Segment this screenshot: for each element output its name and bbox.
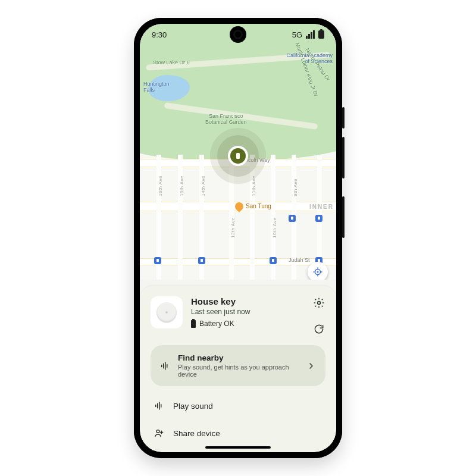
phone-icon: [234, 151, 242, 161]
find-nearby-button[interactable]: Find nearby Play sound, get hints as you…: [151, 345, 325, 386]
map-ave-label: 9th Ave: [293, 178, 298, 196]
signal-icon: [306, 30, 315, 39]
map-area-inner: INNER: [309, 203, 334, 210]
restaurant-pin-icon: [233, 201, 245, 212]
volume-up-button[interactable]: [342, 137, 345, 178]
phone-frame: 9:30 5G: [134, 18, 342, 458]
transit-stop-icon: [270, 257, 277, 264]
device-sheet: House key Last seen just now Battery OK: [140, 286, 336, 452]
person-add-icon: [154, 428, 164, 439]
map-ave-label: 16th Ave: [158, 176, 163, 196]
device-header: House key Last seen just now Battery OK: [151, 296, 325, 336]
chevron-right-icon: [306, 361, 316, 371]
status-network: 5G: [292, 30, 302, 39]
transit-stop-icon: [198, 257, 205, 264]
device-battery: Battery OK: [199, 320, 234, 328]
find-nearby-title: Find nearby: [178, 353, 299, 362]
device-thumbnail[interactable]: [151, 296, 183, 328]
map-label-judah: Judah St: [289, 257, 310, 263]
volume-down-button[interactable]: [342, 196, 345, 238]
map-ave-label: 12th Ave: [230, 217, 236, 238]
recenter-button[interactable]: [308, 262, 328, 280]
device-name: House key: [191, 296, 304, 306]
home-indicator[interactable]: [205, 446, 271, 449]
svg-rect-0: [156, 259, 159, 262]
road-v: [178, 155, 183, 280]
battery-icon: [318, 30, 324, 39]
share-device-button[interactable]: Share device: [151, 419, 325, 447]
map-ave-label: 10th Ave: [272, 217, 277, 238]
crosshair-icon: [312, 267, 323, 277]
gear-icon: [313, 297, 325, 309]
road-v: [250, 155, 255, 280]
find-nearby-subtitle: Play sound, get hints as you approach de…: [178, 364, 299, 378]
refresh-button[interactable]: [312, 322, 325, 336]
play-sound-button[interactable]: Play sound: [151, 392, 325, 419]
battery-icon: [191, 320, 196, 328]
svg-rect-5: [318, 217, 320, 220]
map-label-stow-lake: Stow Lake Dr E: [153, 60, 190, 65]
map-ave-label: 11th Ave: [251, 176, 256, 196]
map-label-botanical: San Francisco Botanical Garden: [205, 113, 247, 125]
svg-point-9: [318, 302, 321, 305]
svg-point-10: [156, 430, 159, 433]
map-view[interactable]: Stow Lake Dr E Huntington Falls San Fran…: [140, 24, 336, 280]
share-device-label: Share device: [173, 429, 220, 438]
sound-waves-icon: [159, 361, 170, 371]
status-time: 9:30: [152, 30, 167, 39]
device-location-marker[interactable]: [230, 148, 246, 164]
sound-waves-icon: [154, 400, 164, 411]
play-sound-label: Play sound: [173, 402, 213, 411]
map-ave-label: 14th Ave: [201, 176, 206, 196]
svg-point-8: [317, 271, 319, 273]
svg-rect-2: [272, 259, 274, 262]
transit-stop-icon: [154, 257, 161, 264]
power-button[interactable]: [342, 107, 345, 129]
transit-stop-icon: [315, 215, 322, 222]
settings-button[interactable]: [312, 296, 325, 309]
action-list: Play sound Share device: [151, 392, 325, 447]
svg-rect-4: [291, 217, 293, 220]
tracker-tag-icon: [156, 302, 177, 322]
svg-rect-1: [201, 259, 203, 262]
transit-stop-icon: [289, 215, 296, 222]
device-last-seen: Last seen just now: [191, 308, 304, 316]
front-camera: [233, 30, 243, 39]
poi-label: San Tung: [246, 203, 271, 209]
refresh-icon: [313, 323, 325, 335]
map-ave-label: 15th Ave: [179, 176, 184, 196]
map-label-huntington: Huntington Falls: [143, 81, 170, 93]
svg-rect-6: [236, 153, 240, 159]
screen: 9:30 5G: [140, 24, 336, 452]
poi-san-tung[interactable]: San Tung: [235, 202, 271, 211]
